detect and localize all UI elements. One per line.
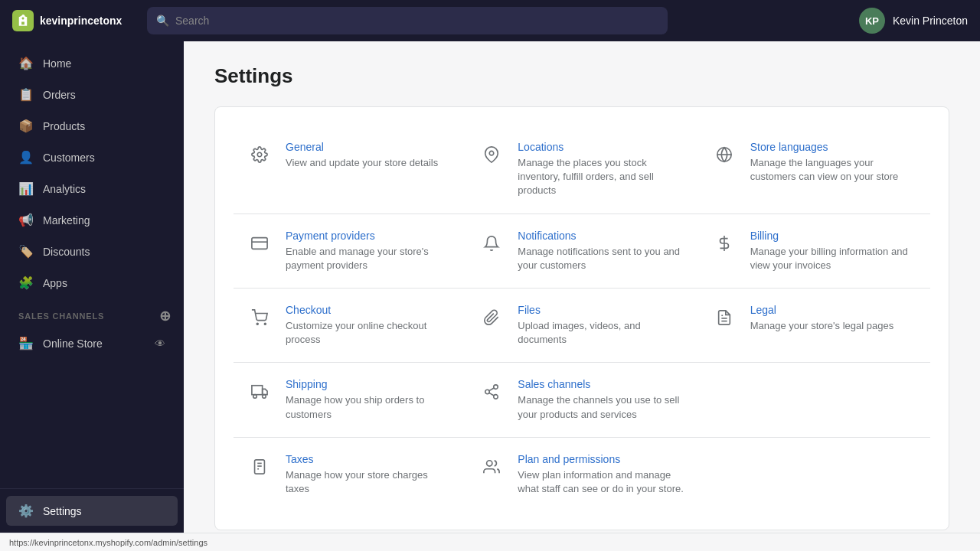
search-icon: 🔍 bbox=[156, 15, 169, 27]
online-store-controls: 👁 bbox=[155, 337, 165, 350]
store-languages-title: Store languages bbox=[750, 141, 918, 153]
svg-point-7 bbox=[256, 323, 258, 324]
svg-point-15 bbox=[494, 385, 498, 390]
brand: kevinprincetonx bbox=[12, 10, 135, 31]
statusbar: https://kevinprincetonx.myshopify.com/ad… bbox=[0, 533, 980, 551]
settings-item-shipping[interactable]: Shipping Manage how you ship orders to c… bbox=[234, 363, 466, 437]
legal-desc: Manage your store's legal pages bbox=[750, 319, 918, 333]
svg-point-1 bbox=[490, 151, 495, 155]
settings-item-legal[interactable]: Legal Manage your store's legal pages bbox=[698, 289, 930, 363]
taxes-content: Taxes Manage how your store charges taxe… bbox=[286, 453, 453, 496]
topbar: kevinprincetonx 🔍 KP Kevin Princeton bbox=[0, 0, 980, 41]
locations-content: Locations Manage the places you stock in… bbox=[518, 141, 685, 198]
sidebar-item-label: Home bbox=[43, 57, 71, 70]
user-name: Kevin Princeton bbox=[893, 15, 968, 27]
sidebar-item-online-store[interactable]: 🏪 Online Store 👁 bbox=[6, 328, 178, 358]
billing-desc: Manage your billing information and view… bbox=[750, 245, 918, 272]
shopify-logo-icon bbox=[12, 10, 34, 31]
taxes-desc: Manage how your store charges taxes bbox=[286, 468, 453, 496]
svg-line-19 bbox=[489, 388, 494, 391]
sidebar-item-settings[interactable]: ⚙️ Settings bbox=[6, 496, 178, 526]
analytics-icon: 📊 bbox=[18, 181, 34, 196]
eye-icon[interactable]: 👁 bbox=[155, 337, 165, 350]
taxes-icon bbox=[246, 453, 273, 481]
shipping-title: Shipping bbox=[286, 378, 453, 390]
apps-icon: 🧩 bbox=[18, 276, 34, 290]
general-icon bbox=[246, 141, 273, 168]
payment-providers-icon bbox=[246, 230, 273, 257]
settings-item-notifications[interactable]: Notifications Manage notifications sent … bbox=[466, 214, 697, 289]
search-input[interactable] bbox=[175, 15, 658, 27]
settings-item-store-languages[interactable]: Store languages Manage the languages you… bbox=[698, 126, 930, 214]
general-title: General bbox=[286, 141, 453, 153]
checkout-content: Checkout Customize your online checkout … bbox=[286, 304, 453, 347]
svg-point-8 bbox=[264, 323, 266, 324]
sidebar-item-apps[interactable]: 🧩 Apps bbox=[6, 268, 178, 298]
settings-item-general[interactable]: General View and update your store detai… bbox=[234, 126, 466, 214]
svg-rect-4 bbox=[252, 237, 267, 249]
settings-item-checkout[interactable]: Checkout Customize your online checkout … bbox=[234, 289, 466, 363]
checkout-icon bbox=[246, 304, 273, 331]
add-sales-channel-icon[interactable]: ⊕ bbox=[159, 308, 172, 324]
avatar: KP bbox=[859, 8, 885, 34]
sidebar-item-products[interactable]: 📦 Products bbox=[6, 111, 178, 141]
svg-rect-20 bbox=[255, 460, 265, 474]
settings-item-plan-permissions[interactable]: Plan and permissions View plan informati… bbox=[466, 438, 697, 511]
user-menu[interactable]: KP Kevin Princeton bbox=[859, 8, 968, 34]
sidebar-item-marketing[interactable]: 📢 Marketing bbox=[6, 205, 178, 235]
svg-point-13 bbox=[253, 395, 257, 399]
sidebar-item-home[interactable]: 🏠 Home bbox=[6, 48, 178, 78]
svg-point-24 bbox=[487, 460, 492, 465]
brand-name: kevinprincetonx bbox=[40, 15, 122, 27]
notifications-desc: Manage notifications sent to you and you… bbox=[518, 245, 685, 272]
customers-icon: 👤 bbox=[18, 150, 34, 165]
files-content: Files Upload images, videos, and documen… bbox=[518, 304, 685, 347]
svg-point-14 bbox=[263, 395, 266, 399]
svg-point-16 bbox=[485, 390, 490, 395]
billing-content: Billing Manage your billing information … bbox=[750, 230, 918, 272]
sales-channels-desc: Manage the channels you use to sell your… bbox=[518, 393, 685, 421]
settings-item-billing[interactable]: Billing Manage your billing information … bbox=[698, 214, 930, 289]
plan-permissions-icon bbox=[478, 453, 505, 481]
settings-item-payment-providers[interactable]: Payment providers Enable and manage your… bbox=[234, 214, 466, 289]
settings-item-empty-r5c3 bbox=[698, 438, 930, 511]
layout: 🏠 Home 📋 Orders 📦 Products 👤 Customers 📊… bbox=[0, 41, 980, 533]
notifications-icon bbox=[478, 230, 505, 257]
sidebar-item-discounts[interactable]: 🏷️ Discounts bbox=[6, 236, 178, 266]
search-bar[interactable]: 🔍 bbox=[147, 7, 668, 34]
settings-item-locations[interactable]: Locations Manage the places you stock in… bbox=[466, 126, 697, 214]
general-content: General View and update your store detai… bbox=[286, 141, 453, 170]
store-languages-icon bbox=[710, 141, 738, 168]
locations-desc: Manage the places you stock inventory, f… bbox=[518, 156, 685, 198]
billing-title: Billing bbox=[750, 230, 918, 242]
legal-content: Legal Manage your store's legal pages bbox=[750, 304, 918, 333]
general-desc: View and update your store details bbox=[286, 156, 453, 170]
locations-icon bbox=[478, 141, 505, 168]
sidebar-item-analytics[interactable]: 📊 Analytics bbox=[6, 174, 178, 204]
settings-item-taxes[interactable]: Taxes Manage how your store charges taxe… bbox=[234, 438, 466, 511]
sidebar-item-orders[interactable]: 📋 Orders bbox=[6, 80, 178, 109]
sidebar-item-label: Orders bbox=[43, 89, 76, 101]
notifications-title: Notifications bbox=[518, 230, 685, 242]
payment-providers-desc: Enable and manage your store's payment p… bbox=[286, 245, 453, 272]
main-content: Settings General View and update your st… bbox=[184, 41, 980, 533]
legal-icon bbox=[710, 304, 738, 331]
store-languages-desc: Manage the languages your customers can … bbox=[750, 156, 918, 184]
status-url: https://kevinprincetonx.myshopify.com/ad… bbox=[9, 538, 207, 547]
billing-icon bbox=[710, 230, 738, 257]
settings-card: General View and update your store detai… bbox=[214, 106, 949, 530]
settings-item-files[interactable]: Files Upload images, videos, and documen… bbox=[466, 289, 697, 363]
settings-item-sales-channels[interactable]: Sales channels Manage the channels you u… bbox=[466, 363, 697, 437]
payment-providers-title: Payment providers bbox=[286, 230, 453, 242]
home-icon: 🏠 bbox=[18, 56, 34, 70]
svg-point-0 bbox=[257, 152, 262, 157]
sidebar-item-customers[interactable]: 👤 Customers bbox=[6, 142, 178, 172]
page-title: Settings bbox=[214, 64, 949, 88]
legal-title: Legal bbox=[750, 304, 918, 316]
svg-line-18 bbox=[489, 393, 494, 396]
svg-rect-11 bbox=[252, 386, 263, 395]
plan-permissions-desc: View plan information and manage what st… bbox=[518, 468, 685, 496]
sidebar-item-label: Online Store bbox=[43, 337, 103, 350]
settings-item-empty-r4c3 bbox=[698, 363, 930, 437]
sales-channels-title: Sales channels bbox=[518, 378, 685, 390]
